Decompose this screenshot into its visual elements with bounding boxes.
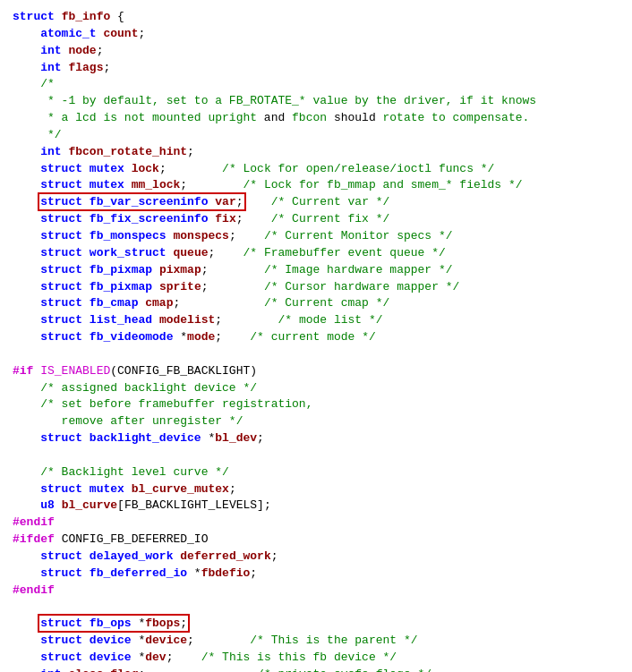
struct-name-fb-info: fb_info	[62, 10, 111, 23]
keyword-struct: struct	[13, 10, 55, 23]
code-container: struct fb_info { atomic_t count; int nod…	[13, 9, 619, 672]
